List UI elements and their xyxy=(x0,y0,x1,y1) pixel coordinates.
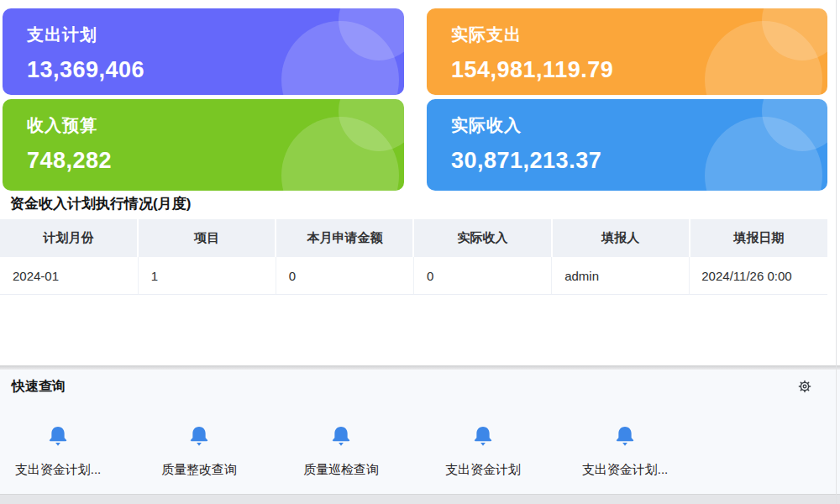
quick-query-panel: 快速查询 支出资金计划... 质量整改查询 xyxy=(0,370,840,494)
cell-actual-income: 0 xyxy=(413,257,551,295)
right-edge-divider xyxy=(836,0,837,504)
column-header-plan-month: 计划月份 xyxy=(0,219,138,257)
stat-card-value: 30,871,213.37 xyxy=(451,148,827,174)
bell-icon xyxy=(470,424,496,449)
quick-query-label: 支出资金计划 xyxy=(412,462,554,478)
stat-card-value: 13,369,406 xyxy=(27,57,404,83)
stat-card-title: 实际支出 xyxy=(451,24,827,46)
dashboard: 支出计划 13,369,406 实际支出 154,981,119.79 收入预算… xyxy=(0,0,840,504)
cell-report-date: 2024/11/26 0:00 xyxy=(690,257,827,295)
column-header-report-date: 填报日期 xyxy=(690,219,827,257)
quick-query-title: 快速查询 xyxy=(12,378,66,396)
table-row[interactable]: 2024-01 1 0 0 admin 2024/11/26 0:00 xyxy=(0,257,827,295)
quick-query-label: 支出资金计划... xyxy=(0,462,129,478)
quick-query-label: 质量整改查询 xyxy=(128,462,270,478)
cell-plan-month: 2024-01 xyxy=(0,257,138,295)
column-header-request-amt: 本月申请金额 xyxy=(276,219,413,257)
stat-card-actual-expenditure: 实际支出 154,981,119.79 xyxy=(427,8,827,95)
stat-card-income-budget: 收入预算 748,282 xyxy=(3,99,404,191)
settings-button[interactable] xyxy=(797,379,812,394)
column-header-project: 项目 xyxy=(138,219,276,257)
cell-reporter: admin xyxy=(552,257,690,295)
quick-query-item[interactable]: 质量巡检查询 xyxy=(270,424,412,478)
bell-icon xyxy=(328,424,354,449)
stat-card-title: 收入预算 xyxy=(27,114,404,137)
quick-query-item[interactable]: 支出资金计划... xyxy=(0,424,129,478)
quick-query-label: 支出资金计划... xyxy=(554,462,696,478)
cell-project: 1 xyxy=(138,257,276,295)
quick-query-item[interactable]: 质量整改查询 xyxy=(128,424,270,478)
stat-card-title: 实际收入 xyxy=(451,114,827,137)
table-header: 计划月份 项目 本月申请金额 实际收入 填报人 填报日期 xyxy=(0,219,827,257)
quick-query-item[interactable]: 支出资金计划 xyxy=(412,424,554,478)
column-header-reporter: 填报人 xyxy=(552,219,690,257)
stat-card-expenditure-plan: 支出计划 13,369,406 xyxy=(3,8,404,95)
bell-icon xyxy=(45,424,71,449)
column-header-actual-income: 实际收入 xyxy=(413,219,551,257)
bell-icon xyxy=(612,424,638,449)
cell-request-amt: 0 xyxy=(276,257,413,295)
quick-query-label: 质量巡检查询 xyxy=(270,462,412,478)
quick-query-item[interactable]: 支出资金计划... xyxy=(554,424,696,478)
section-title-income-plan: 资金收入计划执行情况(月度) xyxy=(10,194,191,213)
stat-card-actual-income: 实际收入 30,871,213.37 xyxy=(427,99,827,191)
stat-card-title: 支出计划 xyxy=(27,24,404,46)
stat-card-value: 748,282 xyxy=(27,148,404,174)
horizontal-scrollbar-track[interactable] xyxy=(0,494,840,504)
gear-icon xyxy=(797,379,812,394)
bell-icon xyxy=(186,424,212,449)
stat-card-value: 154,981,119.79 xyxy=(451,57,827,83)
income-plan-table: 计划月份 项目 本月申请金额 实际收入 填报人 填报日期 2024-01 1 0… xyxy=(0,219,827,295)
